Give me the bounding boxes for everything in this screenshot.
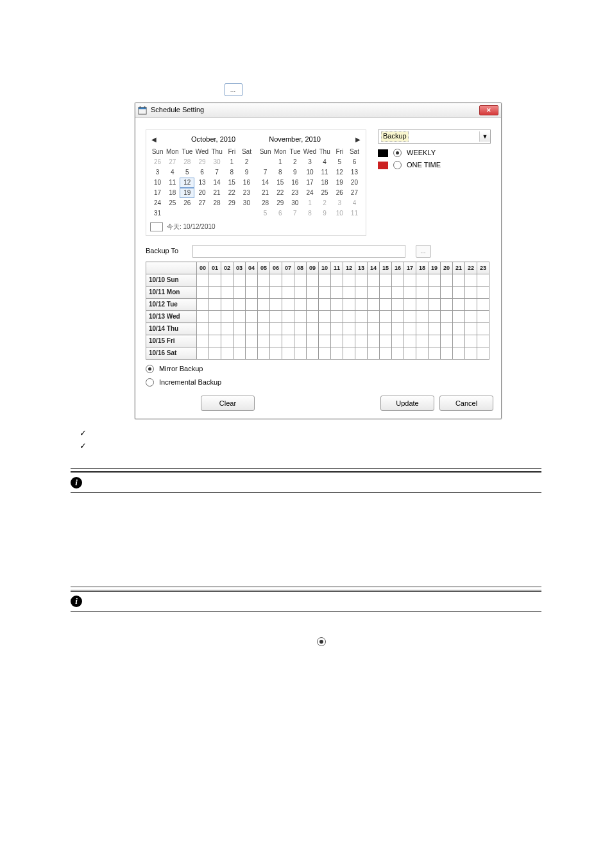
grid-cell[interactable]: [294, 274, 307, 287]
grid-cell[interactable]: [209, 335, 221, 347]
grid-cell[interactable]: [270, 347, 282, 360]
grid-cell[interactable]: [404, 347, 416, 360]
calendar-day[interactable]: [194, 208, 209, 219]
calendar-day[interactable]: 26: [150, 157, 165, 167]
calendar-day[interactable]: 27: [165, 157, 180, 167]
calendar-day[interactable]: 28: [210, 198, 225, 208]
calendar-day[interactable]: 6: [194, 167, 209, 178]
calendar-day[interactable]: 9: [287, 167, 302, 178]
grid-cell[interactable]: [246, 311, 258, 323]
grid-cell[interactable]: [258, 311, 270, 323]
grid-cell[interactable]: [307, 287, 319, 299]
calendar-day[interactable]: 29: [273, 198, 287, 208]
calendar-day[interactable]: 28: [180, 157, 194, 167]
calendar-day[interactable]: 11: [318, 167, 332, 178]
calendar-day[interactable]: 14: [258, 178, 273, 188]
next-month-button[interactable]: ▶: [354, 135, 362, 144]
calendar-day[interactable]: 4: [347, 198, 362, 208]
calendar-day[interactable]: 22: [225, 188, 239, 198]
grid-cell[interactable]: [429, 274, 441, 287]
grid-cell[interactable]: [282, 347, 294, 360]
grid-cell[interactable]: [429, 323, 441, 335]
grid-cell[interactable]: [234, 335, 246, 347]
grid-cell[interactable]: [319, 347, 331, 360]
grid-cell[interactable]: [441, 274, 453, 287]
calendar-day[interactable]: 23: [287, 188, 302, 198]
grid-cell[interactable]: [380, 274, 392, 287]
grid-cell[interactable]: [465, 274, 477, 287]
grid-cell[interactable]: [453, 347, 465, 360]
grid-cell[interactable]: [221, 311, 234, 323]
grid-cell[interactable]: [319, 323, 331, 335]
grid-cell[interactable]: [282, 299, 294, 311]
grid-cell[interactable]: [246, 287, 258, 299]
grid-cell[interactable]: [221, 323, 234, 335]
grid-cell[interactable]: [221, 287, 234, 299]
backup-combo[interactable]: Backup ▼: [378, 129, 491, 144]
grid-cell[interactable]: [429, 299, 441, 311]
grid-cell[interactable]: [197, 274, 209, 287]
calendar-day[interactable]: 9: [318, 208, 332, 219]
grid-cell[interactable]: [453, 274, 465, 287]
grid-cell[interactable]: [343, 274, 355, 287]
grid-cell[interactable]: [246, 299, 258, 311]
calendar-day[interactable]: 11: [347, 208, 362, 219]
calendar-day[interactable]: 26: [332, 188, 347, 198]
calendar-day[interactable]: 7: [287, 208, 302, 219]
grid-cell[interactable]: [294, 287, 307, 299]
grid-cell[interactable]: [355, 347, 368, 360]
grid-cell[interactable]: [441, 323, 453, 335]
grid-cell[interactable]: [429, 347, 441, 360]
grid-cell[interactable]: [282, 287, 294, 299]
grid-cell[interactable]: [416, 299, 429, 311]
grid-cell[interactable]: [404, 274, 416, 287]
calendar-day[interactable]: 23: [239, 188, 254, 198]
calendar-day[interactable]: 10: [332, 208, 347, 219]
grid-cell[interactable]: [465, 335, 477, 347]
grid-cell[interactable]: [197, 299, 209, 311]
calendar-day[interactable]: [210, 208, 225, 219]
grid-cell[interactable]: [234, 323, 246, 335]
grid-cell[interactable]: [380, 347, 392, 360]
radio-weekly[interactable]: [393, 149, 402, 157]
grid-cell[interactable]: [465, 287, 477, 299]
grid-cell[interactable]: [355, 335, 368, 347]
grid-cell[interactable]: [453, 299, 465, 311]
calendar-day[interactable]: 13: [347, 167, 362, 178]
calendar-day[interactable]: 17: [302, 178, 317, 188]
calendar-day[interactable]: 10: [302, 167, 317, 178]
grid-cell[interactable]: [258, 299, 270, 311]
calendar-day[interactable]: 16: [239, 178, 254, 188]
grid-cell[interactable]: [319, 299, 331, 311]
grid-cell[interactable]: [209, 287, 221, 299]
grid-cell[interactable]: [465, 311, 477, 323]
calendar-day[interactable]: [239, 208, 254, 219]
grid-cell[interactable]: [294, 347, 307, 360]
calendar-day[interactable]: 29: [194, 157, 209, 167]
calendar-day[interactable]: 25: [165, 198, 180, 208]
grid-cell[interactable]: [380, 335, 392, 347]
grid-cell[interactable]: [343, 323, 355, 335]
grid-cell[interactable]: [307, 274, 319, 287]
grid-cell[interactable]: [307, 323, 319, 335]
grid-cell[interactable]: [270, 335, 282, 347]
grid-cell[interactable]: [197, 323, 209, 335]
grid-cell[interactable]: [392, 311, 404, 323]
calendar-day[interactable]: 3: [302, 157, 317, 167]
calendar-day[interactable]: 20: [347, 178, 362, 188]
clear-button[interactable]: Clear: [201, 396, 255, 411]
grid-cell[interactable]: [221, 347, 234, 360]
calendar-day[interactable]: 30: [210, 157, 225, 167]
grid-cell[interactable]: [246, 347, 258, 360]
calendar-day[interactable]: 12: [332, 167, 347, 178]
calendar-day[interactable]: 4: [165, 167, 180, 178]
calendar-day[interactable]: 11: [165, 178, 180, 188]
grid-cell[interactable]: [465, 347, 477, 360]
close-button[interactable]: ✕: [479, 105, 498, 115]
grid-cell[interactable]: [368, 311, 380, 323]
calendar-day[interactable]: 1: [225, 157, 239, 167]
grid-cell[interactable]: [355, 287, 368, 299]
grid-cell[interactable]: [441, 287, 453, 299]
calendar-day[interactable]: 10: [150, 178, 165, 188]
grid-cell[interactable]: [392, 347, 404, 360]
